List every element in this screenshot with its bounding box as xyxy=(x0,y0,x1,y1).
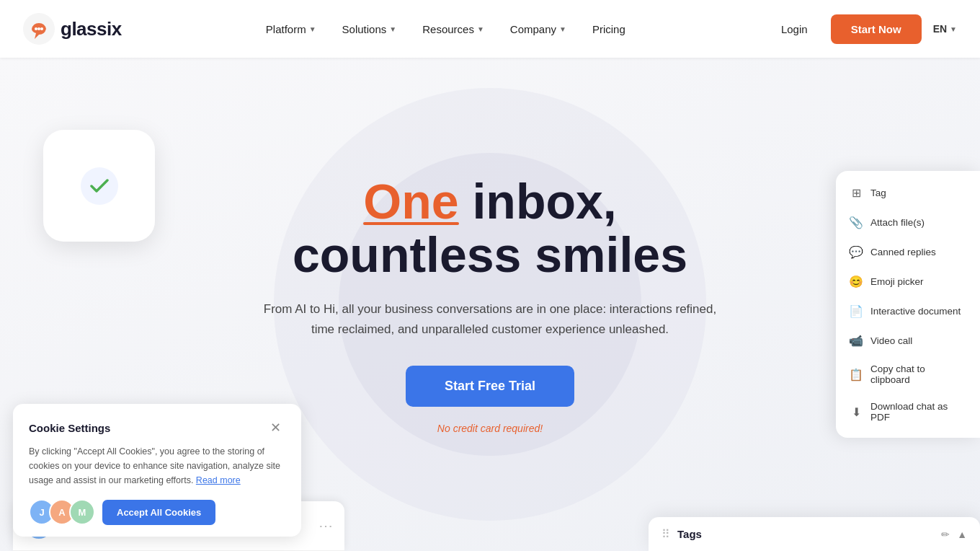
tags-label: Tags xyxy=(677,528,934,540)
hero-content: One inbox, countless smiles From AI to H… xyxy=(245,175,735,435)
drag-handle-icon: ⠿ xyxy=(662,527,670,541)
document-icon: 📄 xyxy=(849,304,863,318)
hashtag-icon: ⊞ xyxy=(849,186,863,200)
tags-panel: ⠿ Tags ✏ ▲ xyxy=(649,517,980,551)
cookie-title: Cookie Settings xyxy=(29,422,110,434)
checkmark-icon xyxy=(81,167,118,205)
login-button[interactable]: Login xyxy=(770,17,819,41)
start-free-trial-button[interactable]: Start Free Trial xyxy=(406,366,574,407)
hero-title: One inbox, countless smiles xyxy=(259,175,721,283)
clipboard-icon: 📋 xyxy=(849,368,863,382)
cookie-close-button[interactable]: ✕ xyxy=(266,420,285,436)
panel-item-canned-replies[interactable]: 💬 Canned replies xyxy=(836,237,980,267)
hero-title-smiles: countless smiles xyxy=(293,227,687,282)
logo[interactable]: glassix xyxy=(23,13,122,45)
hero-section: One inbox, countless smiles From AI to H… xyxy=(0,58,980,551)
cookie-body: By clicking "Accept All Cookies", you ag… xyxy=(29,444,285,488)
chevron-down-icon: ▼ xyxy=(309,25,316,33)
nav-links: Platform ▼ Solutions ▼ Resources ▼ Compa… xyxy=(256,17,636,41)
hero-title-inbox: inbox, xyxy=(459,174,617,229)
svg-point-1 xyxy=(35,27,37,30)
logo-icon xyxy=(23,13,55,45)
nav-solutions[interactable]: Solutions ▼ xyxy=(332,17,407,41)
no-credit-label: No credit card required! xyxy=(259,423,721,434)
svg-point-2 xyxy=(37,27,40,30)
cta-area: Start Free Trial No credit card required… xyxy=(259,366,721,434)
nav-resources[interactable]: Resources ▼ xyxy=(412,17,494,41)
video-icon: 📹 xyxy=(849,334,863,348)
nav-platform[interactable]: Platform ▼ xyxy=(256,17,326,41)
navbar-right: Login Start Now EN ▼ xyxy=(770,14,957,44)
nav-pricing[interactable]: Pricing xyxy=(582,17,636,41)
svg-point-3 xyxy=(40,27,43,30)
navbar: glassix Platform ▼ Solutions ▼ Resources… xyxy=(0,0,980,58)
svg-point-4 xyxy=(81,167,118,205)
left-checkmark-card xyxy=(43,130,155,242)
download-icon: ⬇ xyxy=(849,405,863,419)
start-now-button[interactable]: Start Now xyxy=(831,14,922,44)
collapse-icon[interactable]: ▲ xyxy=(957,529,967,540)
nav-company[interactable]: Company ▼ xyxy=(500,17,576,41)
chevron-down-icon: ▼ xyxy=(559,25,566,33)
logo-text: glassix xyxy=(61,18,122,40)
edit-icon[interactable]: ✏ xyxy=(941,529,950,540)
more-options-button[interactable]: ⋯ xyxy=(318,517,333,534)
canned-replies-icon: 💬 xyxy=(849,245,863,259)
accept-cookies-button[interactable]: Accept All Cookies xyxy=(102,500,215,525)
panel-item-interactive-doc[interactable]: 📄 Interactive document xyxy=(836,296,980,326)
avatar-group: J A M xyxy=(29,499,95,525)
chevron-down-icon: ▼ xyxy=(389,25,396,33)
cookie-banner: Cookie Settings ✕ By clicking "Accept Al… xyxy=(13,404,301,537)
chevron-down-icon: ▼ xyxy=(950,25,957,33)
chevron-down-icon: ▼ xyxy=(477,25,484,33)
cookie-read-more-link[interactable]: Read more xyxy=(196,475,241,485)
avatar: M xyxy=(69,499,95,525)
panel-item-emoji[interactable]: 😊 Emoji picker xyxy=(836,267,980,296)
panel-item-copy-chat[interactable]: 📋 Copy chat to clipboard xyxy=(836,356,980,393)
panel-item-video-call[interactable]: 📹 Video call xyxy=(836,326,980,356)
panel-item-tag[interactable]: ⊞ Tag xyxy=(836,178,980,208)
right-toolbar-panel: ⊞ Tag 📎 Attach file(s) 💬 Canned replies … xyxy=(836,171,980,438)
cookie-avatar-group: J A M Accept All Cookies xyxy=(29,499,285,525)
cookie-header: Cookie Settings ✕ xyxy=(29,420,285,436)
hero-title-one: One xyxy=(363,175,458,229)
hero-subtitle: From AI to Hi, all your business convers… xyxy=(259,299,721,340)
paperclip-icon: 📎 xyxy=(849,216,863,229)
panel-item-attach[interactable]: 📎 Attach file(s) xyxy=(836,208,980,237)
language-selector[interactable]: EN ▼ xyxy=(933,23,957,35)
panel-item-download-pdf[interactable]: ⬇ Download chat as PDF xyxy=(836,393,980,431)
emoji-icon: 😊 xyxy=(849,275,863,288)
